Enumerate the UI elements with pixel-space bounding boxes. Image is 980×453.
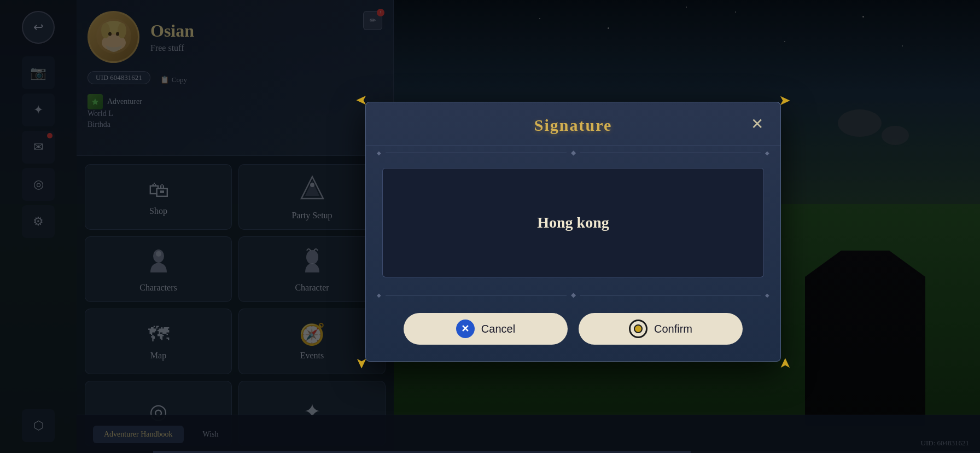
confirm-label: Confirm [654, 323, 692, 335]
confirm-icon [629, 320, 648, 338]
dialog-content: Hong kong [366, 160, 780, 288]
signature-input-area[interactable]: Hong kong [382, 168, 764, 277]
cancel-icon: ✕ [456, 320, 475, 338]
dialog-header: Signature ✕ [366, 102, 780, 146]
close-icon: ✕ [751, 115, 763, 133]
dialog-close-button[interactable]: ✕ [747, 114, 767, 134]
divider-line-right [580, 153, 761, 153]
cancel-x-symbol: ✕ [461, 323, 469, 335]
cancel-button[interactable]: ✕ Cancel [404, 313, 568, 345]
signature-text: Hong kong [537, 214, 609, 231]
divider-line-left [386, 153, 567, 153]
signature-dialog: ➤ ➤ ➤ ➤ Signature ✕ ◆ Hong kong ◆ [365, 102, 781, 362]
corner-arrow-tl: ➤ [355, 92, 368, 109]
divider-bottom-right [580, 295, 761, 295]
dialog-divider-top: ◆ [366, 149, 780, 157]
cancel-label: Cancel [481, 323, 515, 335]
dialog-title: Signature [534, 116, 612, 135]
divider-bottom-diamond: ◆ [571, 291, 576, 299]
dialog-box: Signature ✕ ◆ Hong kong ◆ [365, 102, 781, 362]
corner-arrow-bl: ➤ [353, 357, 370, 369]
corner-arrow-tr: ➤ [779, 92, 791, 109]
corner-arrow-br: ➤ [777, 357, 794, 369]
divider-bottom-left [386, 295, 567, 295]
divider-diamond: ◆ [571, 149, 576, 157]
dialog-footer: ✕ Cancel Confirm [366, 302, 780, 361]
dialog-divider-bottom: ◆ [366, 291, 780, 299]
confirm-button[interactable]: Confirm [579, 313, 743, 345]
